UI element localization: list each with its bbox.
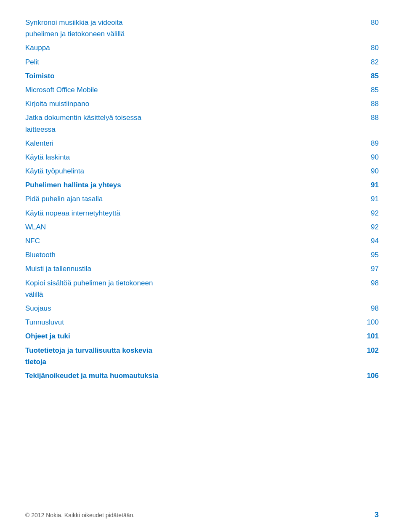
toc-page-pelit: 82 — [358, 56, 379, 68]
toc-page-nfc: 94 — [358, 235, 379, 247]
toc-page-tekijanikeudet: 106 — [358, 370, 379, 381]
toc-label-1: Synkronoi musiikkia ja videoitapuhelimen… — [25, 17, 125, 40]
toc-page-pida: 91 — [358, 193, 379, 205]
toc-label-muisti: Muisti ja tallennustila — [25, 263, 91, 274]
toc-entry-tuotetietoja: Tuotetietoja ja turvallisuutta koskeviat… — [25, 345, 379, 367]
toc-page-ohjeet: 101 — [358, 330, 379, 342]
toc-page-muisti: 97 — [358, 263, 379, 274]
toc-label-laskinta: Käytä laskinta — [25, 152, 70, 163]
toc-label-pida: Pidä puhelin ajan tasalla — [25, 193, 103, 205]
toc-label-wlan: WLAN — [25, 221, 46, 233]
toc-entry-tekijanikeudet: Tekijänoikeudet ja muita huomautuksia 10… — [25, 370, 379, 381]
footer-copyright: © 2012 Nokia. Kaikki oikeudet pidätetään… — [25, 512, 135, 519]
toc-entry-tunnusluvut: Tunnusluvut 100 — [25, 317, 379, 328]
toc-label-jatka: Jatka dokumentin käsittelyä toisessalait… — [25, 112, 141, 135]
toc-entry-kauppa: Kauppa 80 — [25, 42, 379, 53]
toc-entry-pelit: Pelit 82 — [25, 56, 379, 68]
toc-entry-bluetooth: Bluetooth 95 — [25, 249, 379, 261]
toc-entry-ms-office: Microsoft Office Mobile 85 — [25, 84, 379, 96]
toc-page-1: 80 — [358, 17, 379, 28]
footer-page-number: 3 — [375, 511, 379, 519]
toc-entry-toimisto: Toimisto 85 — [25, 70, 379, 82]
toc-label-bluetooth: Bluetooth — [25, 249, 56, 261]
toc-page-tuotetietoja: 102 — [358, 345, 379, 356]
toc-entry-nfc: NFC 94 — [25, 235, 379, 247]
toc-label-kopioi: Kopioi sisältöä puhelimen ja tietokoneen… — [25, 277, 153, 300]
toc-label-tunnusluvut: Tunnusluvut — [25, 317, 64, 328]
toc-page-jatka: 88 — [358, 112, 379, 123]
toc-page-laskinta: 90 — [358, 152, 379, 163]
toc-page-kopioi: 98 — [358, 277, 379, 289]
toc-label-suojaus: Suojaus — [25, 303, 51, 314]
page-content: Synkronoi musiikkia ja videoitapuhelimen… — [0, 0, 404, 418]
toc-entry-1: Synkronoi musiikkia ja videoitapuhelimen… — [25, 17, 379, 40]
toc-label-pelit: Pelit — [25, 56, 39, 68]
toc-page-kirjoita: 88 — [358, 98, 379, 109]
toc-entry-laskinta: Käytä laskinta 90 — [25, 152, 379, 163]
toc-label-tekijanikeudet: Tekijänoikeudet ja muita huomautuksia — [25, 370, 158, 381]
toc-label-kauppa: Kauppa — [25, 42, 50, 53]
toc-entry-kirjoita: Kirjoita muistiinpano 88 — [25, 98, 379, 109]
toc-entry-kalenteri: Kalenteri 89 — [25, 138, 379, 149]
toc-page-kalenteri: 89 — [358, 138, 379, 149]
toc-label-nopeaa: Käytä nopeaa internetyhteyttä — [25, 207, 120, 219]
toc-entry-pida: Pidä puhelin ajan tasalla 91 — [25, 193, 379, 205]
toc-label-tyopuhelinta: Käytä työpuhelinta — [25, 165, 84, 177]
toc-label-nfc: NFC — [25, 235, 40, 247]
toc-label-toimisto: Toimisto — [25, 70, 55, 82]
toc-label-hallinta: Puhelimen hallinta ja yhteys — [25, 179, 121, 191]
toc-entry-wlan: WLAN 92 — [25, 221, 379, 233]
toc-entry-suojaus: Suojaus 98 — [25, 303, 379, 314]
toc-entry-nopeaa: Käytä nopeaa internetyhteyttä 92 — [25, 207, 379, 219]
toc-page-tyopuhelinta: 90 — [358, 165, 379, 177]
toc-page-tunnusluvut: 100 — [358, 317, 379, 328]
toc-label-kalenteri: Kalenteri — [25, 138, 53, 149]
toc-label-kirjoita: Kirjoita muistiinpano — [25, 98, 89, 109]
toc-page-ms-office: 85 — [358, 84, 379, 96]
toc-label-ohjeet: Ohjeet ja tuki — [25, 330, 70, 342]
toc-entry-hallinta: Puhelimen hallinta ja yhteys 91 — [25, 179, 379, 191]
toc-page-hallinta: 91 — [358, 179, 379, 191]
toc-label-ms-office: Microsoft Office Mobile — [25, 84, 98, 96]
toc-entry-tyopuhelinta: Käytä työpuhelinta 90 — [25, 165, 379, 177]
toc-page-suojaus: 98 — [358, 303, 379, 314]
toc-entry-ohjeet: Ohjeet ja tuki 101 — [25, 330, 379, 342]
toc-page-wlan: 92 — [358, 221, 379, 233]
toc-page-bluetooth: 95 — [358, 249, 379, 261]
toc-entry-jatka: Jatka dokumentin käsittelyä toisessalait… — [25, 112, 379, 135]
toc-entry-kopioi: Kopioi sisältöä puhelimen ja tietokoneen… — [25, 277, 379, 300]
footer: © 2012 Nokia. Kaikki oikeudet pidätetään… — [0, 511, 404, 519]
toc-entry-muisti: Muisti ja tallennustila 97 — [25, 263, 379, 274]
toc-label-tuotetietoja: Tuotetietoja ja turvallisuutta koskeviat… — [25, 345, 152, 367]
toc-page-nopeaa: 92 — [358, 207, 379, 219]
toc-page-kauppa: 80 — [358, 42, 379, 53]
toc-page-toimisto: 85 — [358, 70, 379, 82]
